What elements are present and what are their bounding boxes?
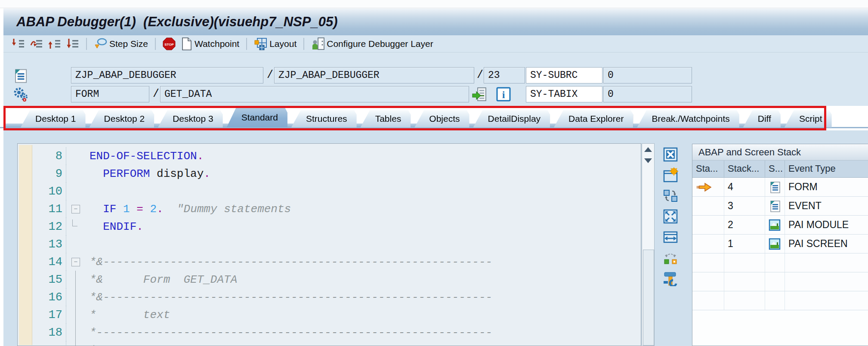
program-field[interactable]: ZJP_ABAP_DEBUGGER [71, 67, 263, 83]
tab-break-watchpoints[interactable]: Break./Watchpoints [637, 110, 739, 127]
line-number[interactable]: 13 [18, 238, 66, 251]
stack-event-type-cell: PAI MODULE [785, 216, 868, 234]
step-into-icon [12, 38, 25, 49]
code-line: 9 PERFORM display. [18, 165, 641, 182]
stack-column-header: Stack... [724, 161, 765, 177]
stack-row[interactable]: 3EVENT [692, 197, 868, 216]
stack-rows: 4FORM3EVENT2PAI MODULE1PAI SCREEN [692, 178, 868, 310]
stack-empty-cell [765, 291, 785, 310]
code-text: *& Form GET_DATA [88, 273, 237, 286]
step-over-button[interactable] [29, 37, 44, 51]
tab-desktop-2[interactable]: Desktop 2 [90, 110, 154, 127]
tab-desktop-1[interactable]: Desktop 1 [21, 110, 86, 127]
tab-desktop-3[interactable]: Desktop 3 [158, 110, 223, 127]
context-fields-area: ZJP_ABAP_DEBUGGER / ZJP_ABAP_DEBUGGER / … [3, 53, 868, 106]
stack-status-cell [692, 197, 724, 215]
goto-statement-icon[interactable] [472, 86, 487, 102]
line-number[interactable]: 17 [18, 309, 66, 321]
fold-open-icon[interactable]: − [71, 258, 80, 266]
step-return-button[interactable] [47, 37, 62, 51]
line-number[interactable]: 18 [18, 326, 66, 339]
fold-guide-line [75, 306, 76, 324]
line-number[interactable]: 12 [18, 220, 66, 233]
info-icon[interactable]: i [496, 86, 511, 102]
step-size-label: Step Size [109, 39, 148, 49]
stack-row[interactable]: 1PAI SCREEN [692, 235, 868, 253]
code-text: END-OF-SELECTION. [88, 150, 204, 163]
fold-open-icon[interactable]: − [71, 205, 80, 213]
include-field[interactable]: ZJP_ABAP_DEBUGGER [274, 67, 474, 83]
variable-1-value-field[interactable]: 0 [603, 67, 692, 83]
stack-type-icon-cell [765, 197, 785, 215]
scroll-down-button[interactable] [642, 155, 654, 166]
layout-button[interactable]: Layout [253, 37, 298, 51]
code-line: 19* --> p1 text [18, 341, 641, 346]
stack-number-cell: 3 [724, 197, 765, 215]
editor-scrollbar[interactable] [642, 143, 655, 346]
tab-diff[interactable]: Diff [743, 110, 781, 127]
stack-number-cell: 1 [724, 235, 765, 253]
line-number[interactable]: 16 [18, 291, 66, 304]
line-number-field[interactable]: 23 [484, 67, 525, 83]
code-text: ENDIF. [88, 220, 143, 233]
step-size-button[interactable]: Step Size [93, 37, 149, 51]
tool-services-icon[interactable] [662, 270, 679, 287]
variable-1-name-field[interactable]: SY-SUBRC [526, 67, 602, 83]
code-text: *&--------------------------------------… [88, 256, 492, 269]
continue-button[interactable] [65, 37, 80, 51]
scroll-up-button[interactable] [642, 144, 654, 155]
event-name-field[interactable]: GET_DATA [160, 86, 469, 102]
field-separator: / [477, 69, 483, 81]
replace-tool-icon[interactable] [662, 250, 679, 266]
close-tool-icon[interactable] [662, 146, 679, 163]
configure-debugger-layer-label: Configure Debugger Layer [327, 39, 433, 49]
stack-event-type-cell: PAI SCREEN [785, 235, 868, 253]
stack-row[interactable]: 4FORM [692, 178, 868, 197]
tab-detaildisplay[interactable]: DetailDisplay [473, 110, 550, 127]
line-number[interactable]: 14 [18, 256, 66, 269]
stack-empty-cell [785, 272, 868, 291]
code-lines: 8END-OF-SELECTION.9 PERFORM display.1011… [18, 147, 641, 346]
watchpoint-button[interactable]: Watchpoint [179, 37, 241, 51]
variable-2-value-field[interactable]: 0 [603, 86, 692, 102]
line-number[interactable]: 9 [18, 167, 66, 180]
variable-2-name-field[interactable]: SY-TABIX [526, 86, 602, 102]
configure-debugger-layer-button[interactable]: Configure Debugger Layer [310, 37, 435, 51]
code-editor[interactable]: 8END-OF-SELECTION.9 PERFORM display.1011… [17, 143, 641, 346]
code-text: IF 1 = 2. "Dummy statements [88, 203, 291, 216]
scrollbar-thumb[interactable] [643, 250, 654, 346]
tab-objects[interactable]: Objects [414, 110, 469, 127]
step-into-button[interactable] [11, 37, 26, 51]
stack-column-header: S... [765, 161, 785, 177]
fold-guide-line [75, 271, 76, 288]
stop-button[interactable]: STOP [161, 37, 177, 51]
field-separator: / [153, 88, 159, 100]
tab-label: Desktop 2 [104, 114, 145, 124]
stack-empty-cell [692, 253, 724, 272]
full-width-icon[interactable] [662, 229, 679, 245]
tab-structures[interactable]: Structures [291, 110, 357, 127]
tab-script[interactable]: Script [785, 110, 832, 127]
new-tool-window-icon[interactable] [662, 167, 679, 183]
fold-guide-line [75, 341, 76, 346]
line-number[interactable]: 19 [18, 344, 66, 346]
stack-event-type-cell: FORM [785, 178, 868, 196]
abap-source-icon [769, 181, 782, 194]
stack-row[interactable]: 2PAI MODULE [692, 216, 868, 235]
current-arrow-icon [696, 182, 712, 192]
event-type-field[interactable]: FORM [71, 86, 149, 102]
swap-tool-icon[interactable] [662, 188, 679, 204]
maximize-tool-icon[interactable] [662, 208, 679, 225]
layout-icon [254, 37, 268, 51]
line-number[interactable]: 8 [18, 150, 66, 163]
tab-data-explorer[interactable]: Data Explorer [554, 110, 633, 127]
tab-tables[interactable]: Tables [361, 110, 411, 127]
stack-empty-row [692, 291, 868, 310]
toolbar-separator [303, 38, 304, 50]
code-text: * text [88, 309, 170, 321]
configure-debugger-layer-icon [311, 37, 325, 51]
line-number[interactable]: 10 [18, 185, 66, 198]
line-number[interactable]: 11 [18, 203, 66, 216]
tab-standard[interactable]: Standard [227, 108, 287, 127]
line-number[interactable]: 15 [18, 273, 66, 286]
